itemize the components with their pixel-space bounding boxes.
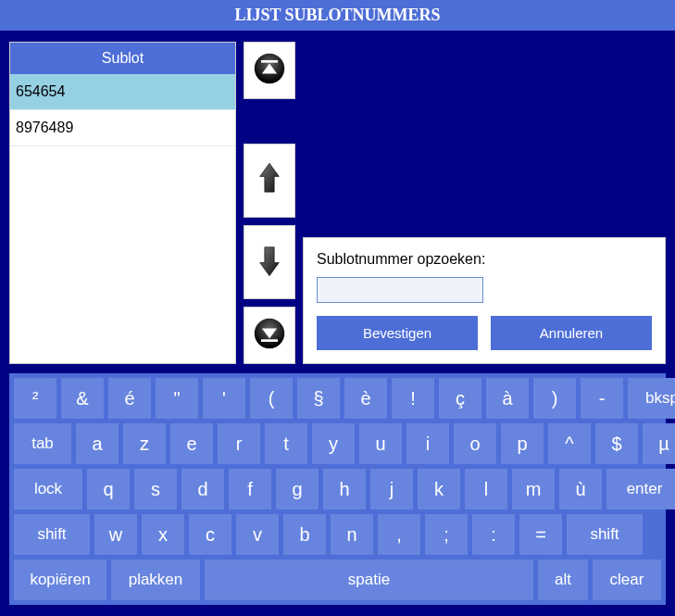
scroll-down-button[interactable] xyxy=(244,225,295,299)
key-shift-left[interactable]: shift xyxy=(14,514,90,555)
key[interactable]: w xyxy=(94,514,137,555)
key-space[interactable]: spatie xyxy=(205,559,533,600)
key[interactable]: - xyxy=(581,378,623,419)
key[interactable]: , xyxy=(378,514,420,555)
scroll-top-icon xyxy=(253,52,286,89)
list-item[interactable]: 654654 xyxy=(10,74,235,110)
kb-row-2: tab a z e r t y u i o p ^ $ µ xyxy=(14,423,661,464)
key[interactable]: é xyxy=(108,378,151,419)
key[interactable]: p xyxy=(501,423,544,464)
search-panel: Sublotnummer opzoeken: Bevestigen Annule… xyxy=(303,237,666,364)
key[interactable]: b xyxy=(283,514,326,555)
key[interactable]: ; xyxy=(425,514,468,555)
key[interactable]: ç xyxy=(439,378,481,419)
key-shift-right[interactable]: shift xyxy=(567,514,643,555)
cancel-button[interactable]: Annuleren xyxy=(491,316,652,350)
list-header: Sublot xyxy=(10,43,235,74)
key[interactable]: k xyxy=(418,469,460,509)
key[interactable]: t xyxy=(265,423,307,464)
key-enter[interactable]: enter xyxy=(606,469,675,509)
key[interactable]: o xyxy=(454,423,496,464)
confirm-button[interactable]: Bevestigen xyxy=(317,316,478,350)
key[interactable]: c xyxy=(189,514,231,555)
key[interactable]: a xyxy=(76,423,119,464)
key-clear[interactable]: clear xyxy=(593,559,661,600)
kb-row-4: shift w x c v b n , ; : = shift xyxy=(14,514,661,555)
key[interactable]: r xyxy=(218,423,260,464)
key[interactable]: i xyxy=(406,423,449,464)
key[interactable]: = xyxy=(519,514,562,555)
key[interactable]: f xyxy=(229,469,271,509)
key-backspace[interactable]: bksp xyxy=(628,378,675,419)
key[interactable]: è xyxy=(344,378,387,419)
key[interactable]: § xyxy=(297,378,340,419)
key-alt[interactable]: alt xyxy=(538,559,588,600)
search-input[interactable] xyxy=(317,277,483,303)
key-lock[interactable]: lock xyxy=(14,469,82,509)
kb-row-5: kopiëren plakken spatie alt clear xyxy=(14,559,661,600)
list-item[interactable]: 8976489 xyxy=(10,110,235,146)
key[interactable]: q xyxy=(87,469,130,509)
arrow-up-icon xyxy=(253,162,286,199)
key-paste[interactable]: plakken xyxy=(111,559,200,600)
key[interactable]: h xyxy=(323,469,366,509)
key[interactable]: j xyxy=(370,469,413,509)
key[interactable]: m xyxy=(512,469,555,509)
key[interactable]: " xyxy=(156,378,198,419)
scroll-bottom-button[interactable] xyxy=(244,307,295,364)
key[interactable]: µ xyxy=(643,423,675,464)
key[interactable]: $ xyxy=(595,423,638,464)
arrow-down-icon xyxy=(253,244,286,281)
key[interactable]: z xyxy=(123,423,166,464)
svg-marker-3 xyxy=(260,163,280,192)
key[interactable]: l xyxy=(465,469,507,509)
key[interactable]: e xyxy=(170,423,213,464)
key[interactable]: g xyxy=(276,469,319,509)
key-tab[interactable]: tab xyxy=(14,423,71,464)
key[interactable]: n xyxy=(331,514,373,555)
key[interactable]: ù xyxy=(559,469,602,509)
scroll-top-button[interactable] xyxy=(244,42,295,99)
onscreen-keyboard: ² & é " ' ( § è ! ç à ) - bksp tab a z e… xyxy=(9,373,666,605)
key[interactable]: v xyxy=(236,514,279,555)
key[interactable]: ² xyxy=(14,378,56,419)
svg-rect-1 xyxy=(261,60,278,63)
key[interactable]: : xyxy=(472,514,515,555)
kb-row-1: ² & é " ' ( § è ! ç à ) - bksp xyxy=(14,378,661,419)
key[interactable]: ' xyxy=(203,378,245,419)
key[interactable]: & xyxy=(61,378,104,419)
key[interactable]: s xyxy=(134,469,177,509)
key[interactable]: ^ xyxy=(548,423,591,464)
svg-rect-7 xyxy=(261,339,278,342)
key[interactable]: ( xyxy=(250,378,293,419)
key[interactable]: d xyxy=(181,469,224,509)
main-area: Sublot 654654 8976489 xyxy=(0,31,675,373)
key[interactable]: ! xyxy=(392,378,434,419)
key[interactable]: x xyxy=(142,514,184,555)
key[interactable]: ) xyxy=(533,378,576,419)
svg-marker-4 xyxy=(260,247,280,276)
key[interactable]: y xyxy=(312,423,355,464)
key[interactable]: u xyxy=(359,423,402,464)
page-title: LIJST SUBLOTNUMMERS xyxy=(0,0,675,31)
key[interactable]: à xyxy=(486,378,529,419)
sublot-list: Sublot 654654 8976489 xyxy=(9,42,236,364)
kb-row-3: lock q s d f g h j k l m ù enter xyxy=(14,469,661,509)
scroll-bottom-icon xyxy=(253,317,286,354)
scroll-up-button[interactable] xyxy=(244,144,295,218)
search-label: Sublotnummer opzoeken: xyxy=(317,251,652,268)
key-copy[interactable]: kopiëren xyxy=(14,559,106,600)
nav-buttons xyxy=(244,42,295,364)
